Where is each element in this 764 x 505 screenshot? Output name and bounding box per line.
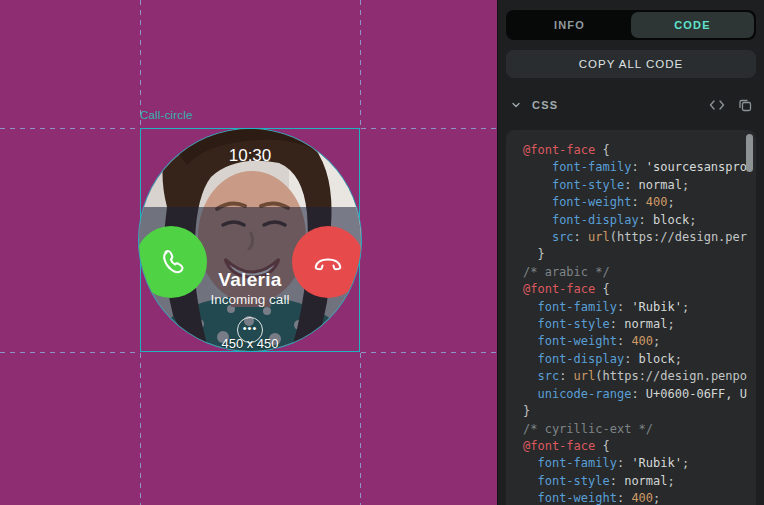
css-section-label: CSS: [532, 99, 558, 111]
copy-section-icon[interactable]: [734, 94, 756, 116]
guide-line: [361, 352, 497, 353]
selection-size-label: 450 x 450: [140, 336, 360, 351]
call-circle-shape[interactable]: 10:30 Valeria Incoming call •••: [139, 129, 361, 351]
copy-all-code-button[interactable]: COPY ALL CODE: [506, 50, 756, 78]
call-status: Incoming call: [139, 292, 361, 307]
css-code-text: @font-face { font-family: 'sourcesanspro…: [506, 130, 756, 505]
code-scrollbar-thumb[interactable]: [746, 134, 753, 172]
guide-line: [360, 0, 361, 127]
chevron-down-icon[interactable]: [510, 99, 522, 111]
inspect-panel: INFO CODE COPY ALL CODE CSS @font-face {…: [497, 0, 764, 505]
guide-line: [140, 353, 141, 505]
css-code-block[interactable]: @font-face { font-family: 'sourcesanspro…: [506, 130, 756, 505]
guide-line: [360, 353, 361, 505]
guide-line: [140, 0, 141, 127]
tab-code[interactable]: CODE: [631, 12, 754, 38]
css-section-header: CSS: [506, 92, 756, 118]
code-view-toggle-icon[interactable]: [706, 94, 728, 116]
guide-line: [0, 128, 139, 129]
guide-line: [361, 128, 497, 129]
design-canvas[interactable]: Call-circle: [0, 0, 497, 505]
inspect-tab-bar: INFO CODE: [506, 10, 756, 40]
tab-info[interactable]: INFO: [508, 12, 631, 38]
caller-name: Valeria: [139, 269, 361, 291]
shape-name-label[interactable]: Call-circle: [140, 109, 193, 121]
guide-line: [0, 352, 139, 353]
